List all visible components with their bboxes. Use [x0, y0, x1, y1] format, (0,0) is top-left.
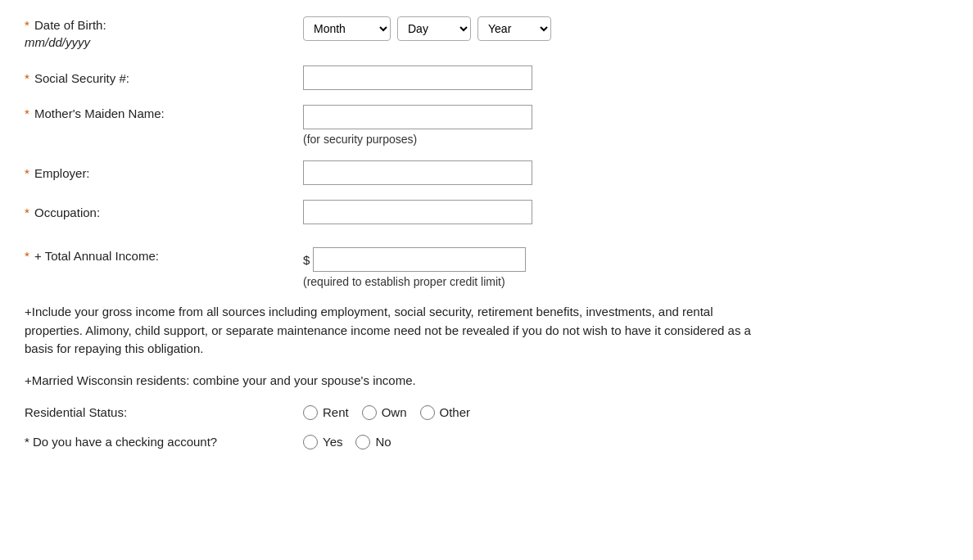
residential-rent-option[interactable]: Rent [303, 405, 349, 420]
residential-own-radio[interactable] [362, 405, 377, 420]
mothers-maiden-label: * Mother's Maiden Name: [25, 105, 303, 122]
form-section: * Date of Birth: mm/dd/yyyy Month Januar… [25, 16, 948, 449]
employer-input[interactable] [303, 160, 532, 185]
occupation-row: * Occupation: [25, 200, 948, 224]
checking-label-text: Do you have a checking account? [33, 435, 217, 449]
employer-input-col [303, 160, 948, 185]
employer-row: * Employer: [25, 160, 948, 185]
residential-rent-label: Rent [323, 405, 349, 419]
year-select[interactable]: Year 2024202320102000 199019801970196019… [477, 16, 551, 41]
income-required-star: * [25, 249, 29, 263]
occupation-input[interactable] [303, 200, 532, 224]
mothers-maiden-row: * Mother's Maiden Name: (for security pu… [25, 105, 948, 146]
residential-other-radio[interactable] [420, 405, 435, 420]
residential-own-label: Own [382, 405, 407, 419]
residential-own-option[interactable]: Own [362, 405, 407, 420]
occupation-required-star: * [25, 205, 29, 219]
income-input[interactable] [313, 247, 526, 272]
occupation-input-col [303, 200, 948, 224]
residential-label-text: Residential Status: [25, 405, 127, 419]
dob-label: * Date of Birth: mm/dd/yyyy [25, 16, 303, 51]
dob-required-star: * [25, 18, 29, 32]
mothers-required-star: * [25, 106, 29, 120]
dollar-sign: $ [303, 253, 310, 267]
checking-yes-label: Yes [323, 435, 342, 449]
checking-options: Yes No [303, 435, 391, 449]
mothers-label-text: Mother's Maiden Name: [34, 106, 165, 120]
residential-label: Residential Status: [25, 405, 303, 419]
employer-required-star: * [25, 166, 29, 180]
checking-required-star: * [25, 435, 29, 449]
checking-no-option[interactable]: No [355, 435, 391, 449]
ssn-input[interactable] [303, 65, 532, 90]
checking-account-row: * Do you have a checking account? Yes No [25, 435, 948, 449]
dob-selects: Month JanuaryFebruaryMarch AprilMayJune … [303, 16, 948, 41]
occupation-label: * Occupation: [25, 204, 303, 221]
ssn-input-col [303, 65, 948, 90]
mothers-hint: (for security purposes) [303, 133, 948, 146]
residential-other-option[interactable]: Other [420, 405, 471, 420]
divider [25, 239, 948, 247]
income-hint: (required to establish proper credit lim… [303, 275, 505, 288]
income-input-col: $ (required to establish proper credit l… [303, 247, 948, 288]
dob-format: mm/dd/yyyy [25, 34, 303, 51]
checking-yes-option[interactable]: Yes [303, 435, 342, 449]
income-row: * + Total Annual Income: $ (required to … [25, 247, 948, 288]
income-input-wrapper: $ [303, 247, 526, 272]
wisconsin-note: +Married Wisconsin residents: combine yo… [25, 373, 948, 387]
income-label-text: + Total Annual Income: [34, 249, 159, 263]
checking-label-col: * Do you have a checking account? [25, 435, 303, 449]
dob-label-text: Date of Birth: [34, 18, 106, 32]
ssn-row: * Social Security #: [25, 65, 948, 90]
dob-inputs: Month JanuaryFebruaryMarch AprilMayJune … [303, 16, 948, 41]
ssn-label-text: Social Security #: [34, 71, 129, 85]
checking-no-radio[interactable] [355, 435, 370, 449]
employer-label-text: Employer: [34, 166, 90, 180]
employer-label: * Employer: [25, 165, 303, 182]
day-select[interactable]: Day 12345 678910 1112131415 1617181920 2… [397, 16, 471, 41]
ssn-required-star: * [25, 71, 29, 85]
checking-no-label: No [375, 435, 391, 449]
month-select[interactable]: Month JanuaryFebruaryMarch AprilMayJune … [303, 16, 391, 41]
wisconsin-text: +Married Wisconsin residents: combine yo… [25, 373, 416, 387]
residential-other-label: Other [440, 405, 471, 419]
disclaimer-text: +Include your gross income from all sour… [25, 305, 751, 355]
ssn-label: * Social Security #: [25, 70, 303, 87]
residential-options: Rent Own Other [303, 405, 470, 420]
residential-rent-radio[interactable] [303, 405, 318, 420]
dob-row: * Date of Birth: mm/dd/yyyy Month Januar… [25, 16, 948, 51]
mothers-input-col: (for security purposes) [303, 105, 948, 146]
checking-yes-radio[interactable] [303, 435, 318, 449]
occupation-label-text: Occupation: [34, 205, 100, 219]
disclaimer-block: +Include your gross income from all sour… [25, 303, 762, 359]
income-label: * + Total Annual Income: [25, 247, 303, 264]
residential-status-row: Residential Status: Rent Own Other [25, 405, 948, 420]
mothers-maiden-input[interactable] [303, 105, 532, 129]
